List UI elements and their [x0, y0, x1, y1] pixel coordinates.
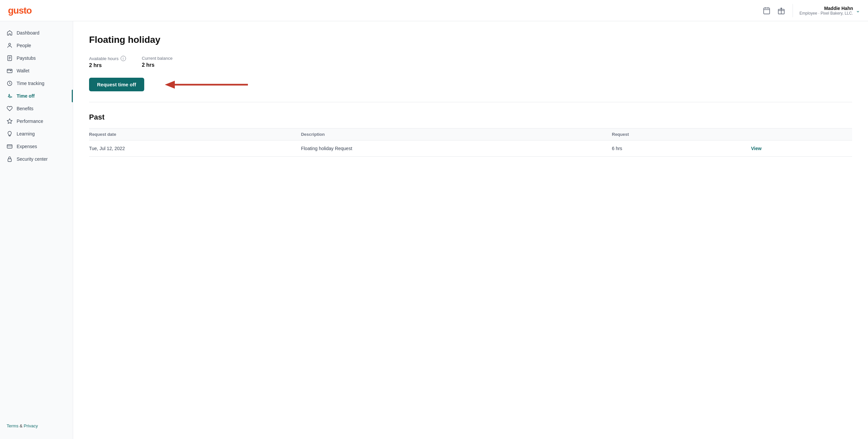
svg-rect-16: [8, 159, 12, 161]
header-right: Maddie Hahn Employee · Pixel Bakery, LLC…: [762, 4, 860, 17]
request-time-off-button[interactable]: Request time off: [89, 78, 144, 91]
document-icon: [7, 55, 12, 61]
sidebar-nav: Dashboard People: [0, 27, 73, 418]
privacy-link[interactable]: Privacy: [24, 424, 38, 428]
sidebar-label-paystubs: Paystubs: [17, 56, 36, 61]
cell-request-amount: 6 hrs: [607, 140, 746, 157]
user-name: Maddie Hahn: [800, 6, 853, 11]
sidebar-item-benefits[interactable]: Benefits: [0, 102, 73, 115]
sidebar-label-learning: Learning: [17, 131, 35, 136]
chevron-down-icon: ⌄: [856, 7, 860, 13]
sidebar-item-performance[interactable]: Performance: [0, 115, 73, 128]
sidebar-label-dashboard: Dashboard: [17, 30, 39, 36]
sidebar-label-time-off: Time off: [17, 93, 35, 99]
calendar-icon[interactable]: [762, 6, 771, 15]
table-header: Request date Description Request: [89, 129, 852, 140]
current-balance-label: Current balance: [142, 56, 173, 61]
past-section-title: Past: [89, 113, 852, 122]
user-menu[interactable]: Maddie Hahn Employee · Pixel Bakery, LLC…: [800, 6, 860, 15]
app-header: gusto: [0, 0, 868, 21]
star-icon: [7, 118, 12, 124]
current-balance-stat: Current balance 2 hrs: [142, 56, 173, 68]
sidebar-label-wallet: Wallet: [17, 68, 29, 73]
annotation-arrow: [155, 79, 248, 91]
sidebar-label-security-center: Security center: [17, 157, 48, 162]
sidebar-label-performance: Performance: [17, 119, 43, 124]
sidebar-label-benefits: Benefits: [17, 106, 34, 111]
cell-view-action: View: [746, 140, 852, 157]
heart-icon: [7, 106, 12, 111]
wallet-icon: [7, 68, 12, 74]
person-icon: [7, 42, 12, 48]
col-action-header: [746, 129, 852, 140]
svg-point-6: [9, 43, 11, 45]
sidebar-label-people: People: [17, 43, 31, 48]
arrow-annotation: [155, 79, 248, 91]
sidebar-item-time-off[interactable]: Time off: [0, 90, 73, 102]
table-row: Tue, Jul 12, 2022 Floating holiday Reque…: [89, 140, 852, 157]
cell-request-date: Tue, Jul 12, 2022: [89, 140, 296, 157]
info-icon[interactable]: i: [121, 56, 126, 61]
sidebar-item-expenses[interactable]: Expenses: [0, 140, 73, 153]
sidebar: Dashboard People: [0, 21, 73, 439]
available-hours-value: 2 hrs: [89, 62, 126, 68]
header-icons: [762, 6, 786, 15]
card-icon: [7, 143, 12, 149]
main-content: Floating holiday Available hours i 2 hrs…: [73, 21, 868, 439]
sidebar-item-time-tracking[interactable]: Time tracking: [0, 77, 73, 90]
sidebar-item-dashboard[interactable]: Dashboard: [0, 27, 73, 39]
svg-rect-11: [7, 69, 12, 73]
airplane-icon: [7, 93, 12, 99]
cell-description: Floating holiday Request: [296, 140, 607, 157]
sidebar-item-learning[interactable]: Learning: [0, 128, 73, 140]
col-request: Request: [607, 129, 746, 140]
clock-icon: [7, 80, 12, 86]
sidebar-item-security-center[interactable]: Security center: [0, 153, 73, 165]
gift-icon[interactable]: [777, 6, 786, 15]
table-body: Tue, Jul 12, 2022 Floating holiday Reque…: [89, 140, 852, 157]
app-layout: Dashboard People: [0, 21, 868, 439]
stats-row: Available hours i 2 hrs Current balance …: [89, 56, 852, 68]
view-link[interactable]: View: [751, 146, 762, 151]
user-role: Employee · Pixel Bakery, LLC.: [800, 11, 853, 15]
col-request-date: Request date: [89, 129, 296, 140]
home-icon: [7, 30, 12, 36]
lock-icon: [7, 156, 12, 162]
available-hours-stat: Available hours i 2 hrs: [89, 56, 126, 68]
available-hours-label: Available hours i: [89, 56, 126, 61]
svg-rect-14: [7, 145, 12, 148]
svg-marker-13: [7, 119, 12, 124]
sidebar-label-time-tracking: Time tracking: [17, 81, 44, 86]
current-balance-value: 2 hrs: [142, 62, 173, 68]
section-divider: [89, 102, 852, 102]
col-description: Description: [296, 129, 607, 140]
bulb-icon: [7, 131, 12, 137]
header-divider: [793, 4, 793, 17]
sidebar-item-paystubs[interactable]: Paystubs: [0, 52, 73, 64]
past-requests-table: Request date Description Request Tue, Ju…: [89, 128, 852, 157]
sidebar-item-people[interactable]: People: [0, 39, 73, 52]
gusto-logo[interactable]: gusto: [8, 5, 32, 16]
sidebar-label-expenses: Expenses: [17, 144, 37, 149]
svg-marker-18: [165, 81, 175, 89]
sidebar-footer: Terms & Privacy: [0, 418, 73, 434]
request-section: Request time off: [89, 78, 852, 91]
svg-rect-0: [764, 8, 770, 14]
sidebar-item-wallet[interactable]: Wallet: [0, 64, 73, 77]
page-title: Floating holiday: [89, 35, 852, 45]
terms-link[interactable]: Terms: [7, 424, 18, 428]
user-info: Maddie Hahn Employee · Pixel Bakery, LLC…: [800, 6, 853, 15]
